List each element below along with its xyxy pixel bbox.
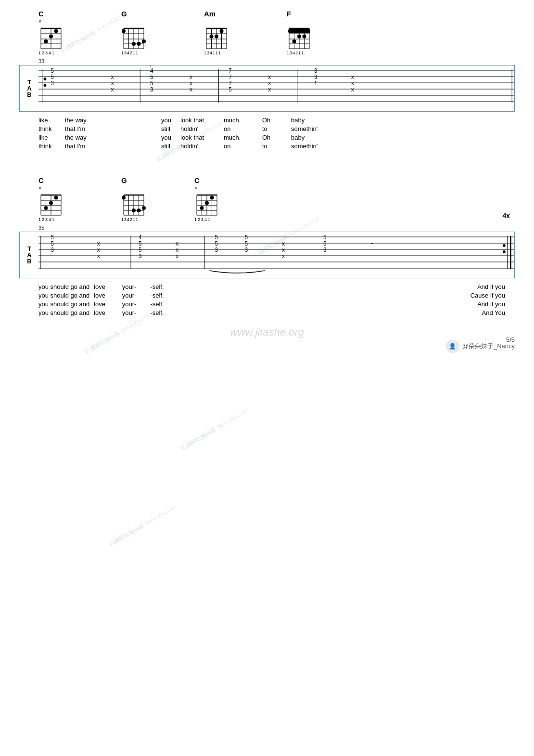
measure-num-35: 35 (38, 225, 515, 231)
svg-text:1: 1 (314, 80, 318, 87)
svg-text:3: 3 (51, 247, 54, 254)
svg-text:3: 3 (215, 247, 218, 254)
tab-staff-1: 5 5 3 𝄾 X X X 7 4 (38, 65, 514, 111)
svg-text:3: 3 (139, 253, 142, 260)
tab-staff-2: 𝄾 5 5 3 X X X 4 5 5 3 (38, 232, 514, 278)
chord-am-1: Am × 134111 (204, 10, 229, 55)
svg-point-62 (44, 84, 47, 87)
svg-text:X: X (97, 241, 101, 247)
chord-name-c1: C (38, 10, 44, 18)
svg-point-23 (122, 29, 126, 33)
svg-text:3: 3 (245, 247, 248, 254)
chord-c-2b: C × 12341 (194, 176, 219, 222)
svg-point-39 (210, 35, 214, 39)
svg-text:X: X (190, 87, 193, 93)
chord-diagram-g2 (121, 191, 146, 217)
chord-diagram-g1 (121, 25, 146, 51)
svg-point-133 (210, 196, 214, 200)
page-content: C × 12341 (0, 0, 534, 358)
svg-point-106 (54, 196, 58, 200)
lyrics-section-2: you should go and love your- -self. And … (38, 283, 515, 316)
watermark-9: 南音吉他小屋 NancyGuitar (186, 407, 250, 448)
lyric-row-2-4: you should go and love your- -self. And … (38, 309, 515, 316)
svg-point-24 (142, 39, 146, 43)
measure-num-33: 33 (38, 58, 515, 64)
chord-g-1: G × 134211 (121, 10, 146, 55)
svg-point-107 (49, 201, 53, 205)
svg-text:X: X (111, 87, 114, 93)
svg-point-52 (297, 35, 301, 39)
svg-text:3: 3 (323, 247, 327, 254)
svg-text:-: - (371, 239, 373, 247)
svg-point-10 (54, 29, 58, 33)
chord-name-g2: G (121, 176, 127, 184)
svg-text:X: X (282, 241, 285, 247)
chord-name-c2b: C (194, 176, 200, 184)
svg-text:X: X (111, 75, 114, 80)
svg-text:X: X (97, 248, 101, 253)
svg-point-176 (503, 250, 506, 253)
svg-point-108 (44, 206, 48, 210)
lyric-row-2-1: you should go and love your- -self. And … (38, 283, 515, 290)
svg-point-12 (44, 39, 48, 43)
svg-point-51 (303, 35, 306, 39)
tab-section-2: T A B 𝄾 5 (19, 232, 515, 278)
svg-text:X: X (268, 81, 271, 87)
website-watermark: www.jitashe.org (19, 326, 515, 339)
svg-point-122 (132, 209, 136, 212)
svg-point-11 (49, 35, 53, 39)
svg-point-38 (215, 35, 218, 39)
chord-row-2: C × 12341 G × (38, 176, 515, 222)
chord-name-g1: G (121, 10, 127, 18)
chord-f-1: F × 134211 (287, 10, 312, 55)
svg-point-37 (220, 29, 224, 33)
svg-point-53 (292, 39, 296, 43)
watermark-12: 采朵妹子_Nancy (107, 522, 145, 549)
chord-row-1: C × 12341 (38, 10, 515, 55)
svg-text:3: 3 (150, 87, 153, 93)
svg-text:X: X (190, 75, 193, 80)
tab-label-1: T A B (20, 77, 38, 100)
chord-diagram-f1 (287, 25, 312, 51)
lyric-row-1-4: think that I'm still holdin' on to somet… (38, 143, 515, 150)
svg-text:X: X (282, 254, 285, 260)
avatar: 👤 (446, 339, 459, 353)
svg-point-134 (205, 201, 209, 205)
svg-point-175 (503, 244, 506, 247)
tab-staff-svg-2: 𝄾 5 5 3 X X X 4 5 5 3 (38, 232, 514, 275)
chord-name-am1: Am (204, 10, 216, 18)
chord-c-2: C × 12341 (38, 176, 64, 222)
tab-label-2: T A B (20, 244, 38, 266)
svg-point-121 (137, 209, 141, 212)
chord-diagram-c2 (38, 191, 64, 217)
svg-text:X: X (176, 254, 179, 260)
svg-point-135 (200, 206, 204, 210)
lyrics-section-1: like the way you look that much. Oh baby… (38, 117, 515, 150)
svg-rect-50 (288, 29, 310, 33)
chord-g-2: G × 134211 (121, 176, 146, 222)
svg-text:X: X (190, 81, 193, 87)
chord-c-1: C × 12341 (38, 10, 64, 55)
svg-text:3: 3 (51, 80, 54, 87)
watermark-11: 南音吉他小屋 NancyGuitar (114, 503, 178, 545)
chord-name-f1: F (287, 10, 291, 18)
svg-text:X: X (176, 248, 179, 253)
svg-text:7: 7 (149, 65, 152, 67)
lyric-row-1-2: think that I'm still holdin' on to somet… (38, 125, 515, 132)
svg-point-26 (132, 42, 136, 46)
svg-text:X: X (282, 248, 285, 253)
bottom-signature: 👤 @朵朵妹子_Nancy (446, 339, 515, 353)
svg-text:X: X (268, 75, 271, 80)
lyric-row-1-1: like the way you look that much. Oh baby (38, 117, 515, 124)
watermark-10: 采朵妹子_Nancy (179, 426, 217, 453)
svg-text:X: X (97, 254, 101, 260)
svg-text:X: X (268, 87, 271, 93)
svg-point-61 (44, 78, 47, 80)
chord-name-c2: C (38, 176, 44, 184)
chord-diagram-c1 (38, 25, 64, 51)
svg-point-119 (122, 196, 126, 200)
svg-point-120 (142, 206, 146, 210)
svg-point-25 (137, 42, 141, 46)
signature-text: @朵朵妹子_Nancy (462, 342, 515, 351)
svg-text:X: X (351, 87, 355, 93)
